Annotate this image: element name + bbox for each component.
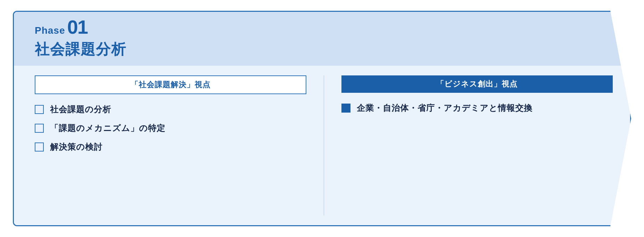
right-section-header: 「ビジネス創出」視点 [341, 75, 613, 93]
phase-number: 01 [67, 17, 88, 37]
phase-title: 社会課題分析 [35, 40, 613, 59]
checkbox-icon [35, 105, 44, 114]
list-item: 企業・自治体・省庁・アカデミアと情報交換 [341, 103, 613, 114]
content-body: 「社会課題解決」視点 社会課題の分析 「課題のメカニズム」の特定 解決策の検討 [14, 66, 630, 225]
phase-card: Phase 01 社会課題分析 「社会課題解決」視点 社会課題の分析 「課題のメ… [13, 11, 631, 226]
list-text: 社会課題の分析 [50, 104, 111, 115]
list-text: 解決策の検討 [50, 141, 102, 153]
left-column: 「社会課題解決」視点 社会課題の分析 「課題のメカニズム」の特定 解決策の検討 [35, 75, 324, 215]
list-text: 「課題のメカニズム」の特定 [50, 123, 165, 134]
main-card: Phase 01 社会課題分析 「社会課題解決」視点 社会課題の分析 「課題のメ… [13, 11, 631, 226]
checkbox-icon [35, 142, 44, 152]
phase-text: Phase [35, 25, 65, 36]
header-band: Phase 01 社会課題分析 [14, 12, 630, 66]
checkbox-icon [35, 124, 44, 133]
list-text: 企業・自治体・省庁・アカデミアと情報交換 [357, 103, 532, 114]
list-item: 「課題のメカニズム」の特定 [35, 123, 306, 134]
phase-label: Phase 01 [35, 17, 613, 37]
left-section-header: 「社会課題解決」視点 [35, 75, 306, 94]
filled-square-icon [341, 104, 350, 113]
right-column: 「ビジネス創出」視点 企業・自治体・省庁・アカデミアと情報交換 [324, 75, 613, 215]
list-item: 社会課題の分析 [35, 104, 306, 115]
list-item: 解決策の検討 [35, 141, 306, 153]
